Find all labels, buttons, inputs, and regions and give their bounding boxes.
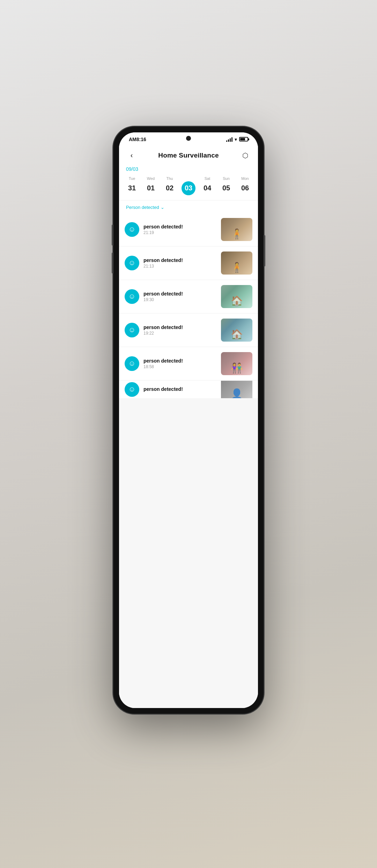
date-label: 09/03 bbox=[119, 165, 258, 174]
cal-day-name-mon: Mon bbox=[241, 176, 249, 181]
event-info: person detected! 21:13 bbox=[143, 257, 217, 269]
list-item[interactable]: ☺ person detected! 19:30 🏠 bbox=[119, 280, 258, 313]
wifi-icon: ▾ bbox=[235, 137, 237, 142]
cal-day-sun[interactable]: Sun 05 bbox=[219, 176, 234, 195]
cal-day-name-sat: Sat bbox=[205, 176, 210, 181]
event-time: 19:30 bbox=[143, 297, 217, 302]
power-button[interactable] bbox=[264, 235, 265, 267]
cal-day-num-fri: 03 bbox=[182, 181, 195, 195]
person-icon: ☺ bbox=[125, 289, 139, 304]
status-time: AM8:16 bbox=[129, 137, 146, 142]
event-title: person detected! bbox=[143, 291, 217, 297]
cal-day-name-sun: Sun bbox=[223, 176, 230, 181]
list-item[interactable]: ☺ person detected! 👤 bbox=[119, 381, 258, 398]
vol-down-button[interactable] bbox=[112, 253, 113, 273]
event-thumbnail[interactable]: 🧍 bbox=[221, 218, 252, 241]
event-info: person detected! bbox=[143, 386, 217, 393]
event-time: 21:19 bbox=[143, 230, 217, 235]
event-title: person detected! bbox=[143, 324, 217, 330]
smiley-icon: ☺ bbox=[128, 225, 135, 233]
event-title: person detected! bbox=[143, 224, 217, 229]
filter-row: Person detected ⌄ bbox=[119, 200, 258, 213]
date-text: 09/03 bbox=[126, 166, 138, 172]
event-title: person detected! bbox=[143, 257, 217, 263]
event-time: 21:13 bbox=[143, 264, 217, 269]
vol-up-button[interactable] bbox=[112, 225, 113, 246]
event-info: person detected! 18:58 bbox=[143, 358, 217, 369]
list-item[interactable]: ☺ person detected! 19:22 🏠 bbox=[119, 314, 258, 347]
event-thumbnail[interactable]: 🏠 bbox=[221, 285, 252, 308]
filter-button[interactable]: Person detected ⌄ bbox=[126, 205, 164, 210]
page-title: Home Surveillance bbox=[158, 152, 219, 159]
filter-arrow-icon: ⌄ bbox=[161, 205, 164, 210]
event-info: person detected! 19:30 bbox=[143, 291, 217, 302]
event-thumbnail[interactable]: 🏠 bbox=[221, 319, 252, 342]
event-title: person detected! bbox=[143, 358, 217, 364]
event-thumbnail[interactable]: 👤 bbox=[221, 381, 252, 398]
cal-day-num-wed: 01 bbox=[144, 181, 158, 195]
event-time: 18:58 bbox=[143, 364, 217, 369]
smiley-icon: ☺ bbox=[128, 359, 135, 367]
cal-day-name-thu: Thu bbox=[167, 176, 173, 181]
event-title: person detected! bbox=[143, 386, 217, 392]
calendar-row: Tue 31 Wed 01 Thu 02 Fri 03 Sat 04 bbox=[119, 174, 258, 200]
settings-button[interactable]: ⬡ bbox=[240, 150, 251, 161]
cal-day-thu[interactable]: Thu 02 bbox=[162, 176, 177, 195]
smiley-icon: ☺ bbox=[128, 259, 135, 267]
cal-day-num-sun: 05 bbox=[219, 181, 233, 195]
camera-notch bbox=[186, 136, 191, 141]
status-bar: AM8:16 ▾ bbox=[119, 132, 258, 145]
event-thumbnail[interactable]: 👫 bbox=[221, 352, 252, 375]
person-icon: ☺ bbox=[125, 222, 139, 237]
signal-icon bbox=[226, 137, 232, 142]
event-time: 19:22 bbox=[143, 331, 217, 336]
list-item[interactable]: ☺ person detected! 18:58 👫 bbox=[119, 347, 258, 380]
events-list: ☺ person detected! 21:19 🧍 ☺ bbox=[119, 213, 258, 708]
app-content: ‹ Home Surveillance ⬡ 09/03 Tue 31 Wed 0… bbox=[119, 145, 258, 708]
cal-day-fri[interactable]: Fri 03 bbox=[181, 176, 196, 195]
cal-day-num-mon: 06 bbox=[238, 181, 252, 195]
cal-day-num-thu: 02 bbox=[163, 181, 177, 195]
cal-day-num-sat: 04 bbox=[200, 181, 214, 195]
cal-day-tue[interactable]: Tue 31 bbox=[124, 176, 140, 195]
event-info: person detected! 19:22 bbox=[143, 324, 217, 336]
cal-day-name-fri: Fri bbox=[186, 176, 191, 181]
person-icon: ☺ bbox=[125, 356, 139, 371]
list-item[interactable]: ☺ person detected! 21:19 🧍 bbox=[119, 213, 258, 246]
status-icons: ▾ bbox=[226, 137, 248, 142]
cal-day-name-tue: Tue bbox=[129, 176, 135, 181]
smiley-icon: ☺ bbox=[128, 326, 135, 334]
person-icon: ☺ bbox=[125, 382, 139, 397]
battery-icon bbox=[239, 137, 248, 141]
back-button[interactable]: ‹ bbox=[126, 150, 137, 161]
phone-wrapper: AM8:16 ▾ ‹ Home Surveillance bbox=[113, 127, 264, 714]
person-icon: ☺ bbox=[125, 256, 139, 270]
battery-fill bbox=[240, 138, 245, 140]
cal-day-num-tue: 31 bbox=[125, 181, 139, 195]
phone-screen: AM8:16 ▾ ‹ Home Surveillance bbox=[119, 132, 258, 708]
smiley-icon: ☺ bbox=[128, 292, 135, 300]
smiley-icon: ☺ bbox=[128, 385, 135, 393]
person-icon: ☺ bbox=[125, 323, 139, 337]
cal-day-name-wed: Wed bbox=[147, 176, 155, 181]
cal-day-sat[interactable]: Sat 04 bbox=[200, 176, 215, 195]
cal-day-wed[interactable]: Wed 01 bbox=[143, 176, 158, 195]
event-info: person detected! 21:19 bbox=[143, 224, 217, 235]
cal-day-mon[interactable]: Mon 06 bbox=[237, 176, 253, 195]
app-header: ‹ Home Surveillance ⬡ bbox=[119, 145, 258, 165]
list-item[interactable]: ☺ person detected! 21:13 🧍 bbox=[119, 247, 258, 279]
event-thumbnail[interactable]: 🧍 bbox=[221, 251, 252, 275]
filter-label: Person detected bbox=[126, 205, 159, 210]
